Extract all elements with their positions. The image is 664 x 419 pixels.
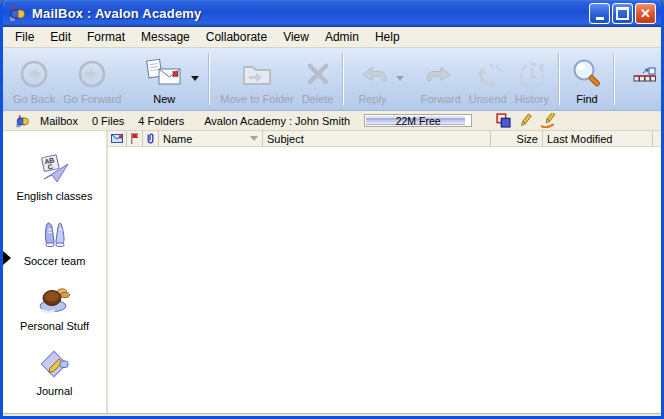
delete-button[interactable]: Delete [298,53,338,107]
go-forward-button[interactable]: Go Forward [59,53,125,107]
close-button[interactable]: ✕ [635,3,656,24]
coffee-cup-icon [38,283,72,317]
menu-file[interactable]: File [7,28,42,46]
column-subject[interactable]: Subject [263,131,491,146]
circle-arrow-left-icon [17,60,51,90]
mailbox-app-icon [9,5,27,22]
app-window: MailBox : Avalon Academy ✕ File Edit For… [0,0,664,419]
column-attachment[interactable] [143,131,159,146]
folder-english-classes[interactable]: AB C English classes [3,153,106,202]
envelope-icon [111,134,123,143]
account-label: Avalon Academy : John Smith [204,115,350,127]
forward-arrow-icon [423,60,459,90]
reply-dropdown-arrow-icon[interactable] [396,76,404,81]
go-back-button[interactable]: Go Back [9,53,59,107]
reply-arrow-icon [354,60,390,90]
column-last-modified[interactable]: Last Modified [543,131,653,146]
signature-pen-icon[interactable] [540,113,557,128]
column-name[interactable]: Name [159,131,263,146]
toolbar-customize-icon[interactable] [633,67,657,83]
sort-arrow-icon [250,136,258,141]
history-clock-icon [516,60,548,90]
title-bar[interactable]: MailBox : Avalon Academy ✕ [3,0,661,27]
status-bar: 4 Items. [3,413,661,419]
circle-arrow-right-icon [75,60,109,90]
column-message-type[interactable] [108,131,127,146]
menu-admin[interactable]: Admin [317,28,367,46]
menu-collaborate[interactable]: Collaborate [198,28,275,46]
find-magnifier-icon [570,58,604,90]
new-message-icon [143,58,185,90]
list-column-header: Name Subject Size Last Modified [3,131,661,147]
column-flag[interactable] [127,131,143,146]
find-button[interactable]: Find [566,53,608,107]
location-label: Mailbox [40,115,78,127]
pencil-icon[interactable] [519,113,532,128]
reply-button[interactable]: Reply [350,53,394,107]
folders-count: 4 Folders [138,115,184,127]
delete-x-icon [303,60,333,90]
message-list[interactable] [108,147,661,413]
column-header-tail [653,131,661,146]
sidebar-collapse-handle[interactable] [3,250,12,266]
toolbar-separator [343,53,344,105]
history-button[interactable]: History [511,53,553,107]
quota-label: 22M Free [365,115,471,126]
abc-paper-plane-icon: AB C [38,153,72,187]
new-dropdown-arrow-icon[interactable] [191,76,199,81]
files-count: 0 Files [92,115,124,127]
toolbar-separator [209,53,210,105]
toolbar-separator [559,53,560,105]
folder-soccer-team[interactable]: Soccer team [3,218,106,267]
folder-sidebar: AB C English classes Soccer team [3,147,108,413]
menu-edit[interactable]: Edit [42,28,79,46]
content-area: AB C English classes Soccer team [3,147,661,413]
maximize-button[interactable] [612,3,633,24]
sneakers-icon [38,218,72,252]
unsend-arrow-icon [472,60,504,90]
folder-journal[interactable]: Journal [3,348,106,397]
flag-icon [130,133,139,144]
toolbar-separator [614,53,615,105]
minimize-button[interactable] [589,3,610,24]
column-size[interactable]: Size [491,131,543,146]
paperclip-icon [146,133,155,145]
menu-format[interactable]: Format [79,28,133,46]
menu-bar: File Edit Format Message Collaborate Vie… [3,27,661,48]
toolbar: Go Back Go Forward New [3,48,661,111]
menu-message[interactable]: Message [133,28,198,46]
forward-button[interactable]: Forward [416,53,464,107]
journal-pen-icon [38,348,72,382]
unsend-button[interactable]: Unsend [465,53,511,107]
move-to-folder-icon [239,60,275,90]
new-button[interactable]: New [139,53,189,107]
pages-overlap-icon[interactable] [496,113,511,128]
window-title: MailBox : Avalon Academy [32,6,589,21]
quota-bar: 22M Free [364,114,472,127]
mailbox-icon [15,114,31,128]
move-to-folder-button[interactable]: Move to Folder [216,53,297,107]
menu-view[interactable]: View [275,28,317,46]
menu-help[interactable]: Help [367,28,408,46]
sidebar-header-gap [3,131,108,147]
folder-personal-stuff[interactable]: Personal Stuff [3,283,106,332]
info-bar: Mailbox 0 Files 4 Folders Avalon Academy… [3,111,661,131]
